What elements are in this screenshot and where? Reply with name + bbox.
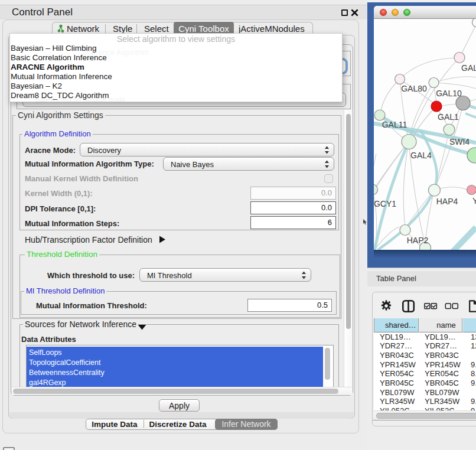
svg-text:SWI4: SWI4 (449, 137, 470, 146)
svg-text:HAP4: HAP4 (436, 197, 458, 206)
svg-text:HAP2: HAP2 (407, 236, 429, 245)
svg-text:GAL80: GAL80 (401, 84, 427, 93)
svg-text:GAL4: GAL4 (410, 151, 432, 160)
svg-text:GAL11: GAL11 (382, 120, 407, 129)
svg-text:GAL: GAL (461, 63, 476, 73)
svg-text:GAL1: GAL1 (438, 112, 459, 122)
svg-text:Y: Y (472, 196, 476, 206)
svg-text:GCY1: GCY1 (374, 199, 396, 208)
svg-text:GAL10: GAL10 (436, 89, 462, 98)
